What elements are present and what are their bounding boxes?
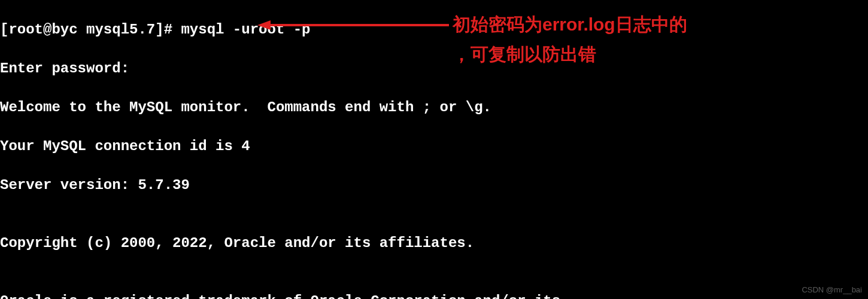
- terminal-line: Enter password:: [0, 59, 868, 78]
- terminal-line: Oracle is a registered trademark of Orac…: [0, 292, 868, 299]
- terminal-line: Your MySQL connection id is 4: [0, 137, 868, 156]
- shell-prompt: [root@byc mysql5.7]#: [0, 22, 181, 38]
- terminal-line: Welcome to the MySQL monitor. Commands e…: [0, 98, 868, 117]
- shell-command: mysql -uroot -p: [181, 22, 310, 38]
- terminal-output: [root@byc mysql5.7]# mysql -uroot -p Ent…: [0, 0, 868, 299]
- terminal-line: Server version: 5.7.39: [0, 176, 868, 195]
- terminal-line: Copyright (c) 2000, 2022, Oracle and/or …: [0, 234, 868, 253]
- watermark: CSDN @mr__bai: [802, 285, 862, 295]
